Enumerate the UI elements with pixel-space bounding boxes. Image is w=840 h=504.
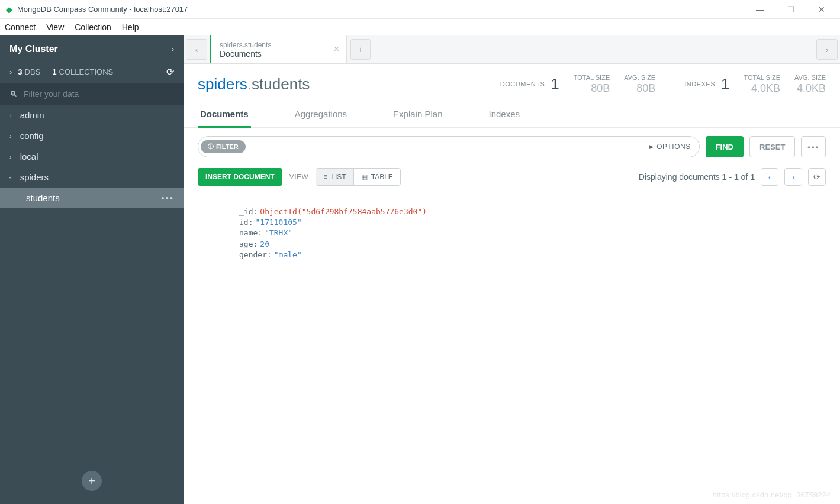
- view-table-button[interactable]: ▦TABLE: [354, 169, 400, 185]
- field-value: ObjectId("5d6f298bf7584aab5776e3d0"): [260, 206, 427, 217]
- create-db-button[interactable]: +: [82, 471, 102, 491]
- collection-item-students[interactable]: students •••: [0, 188, 184, 208]
- filter-data-input[interactable]: [24, 89, 174, 99]
- field-key: age: [239, 239, 253, 250]
- tab-path: spiders.students: [220, 41, 338, 49]
- page-next-button[interactable]: ›: [784, 168, 802, 186]
- chevron-right-icon: ›: [9, 133, 12, 140]
- subtab-documents[interactable]: Documents: [198, 104, 251, 128]
- insert-document-button[interactable]: INSERT DOCUMENT: [198, 168, 282, 186]
- field-key: _id: [239, 206, 253, 217]
- sidebar-stats: › 3 DBS 1 COLLECTIONS ⟳: [0, 63, 184, 83]
- tab-active[interactable]: spiders.students Documents ×: [210, 35, 347, 63]
- colls-count: 1: [52, 67, 56, 76]
- db-label: local: [20, 151, 38, 161]
- avg-size-value: 80B: [636, 82, 655, 95]
- db-item-local[interactable]: › local: [0, 146, 184, 167]
- reset-button[interactable]: RESET: [749, 136, 795, 157]
- cluster-name: My Cluster: [9, 44, 58, 54]
- field-value: 20: [260, 239, 269, 250]
- db-item-admin[interactable]: › admin: [0, 105, 184, 125]
- menu-help[interactable]: Help: [122, 22, 139, 32]
- options-toggle[interactable]: ▶OPTIONS: [641, 137, 699, 157]
- docs-label: DOCUMENTS: [500, 80, 545, 88]
- document-list: _id:ObjectId("5d6f298bf7584aab5776e3d0")…: [184, 192, 840, 274]
- colls-label: COLLECTIONS: [59, 67, 114, 76]
- docs-count: 1: [551, 75, 559, 93]
- field-value: "male": [274, 250, 302, 260]
- total-size-label: TOTAL SIZE: [574, 74, 610, 81]
- filter-pill: ⓘFILTER ▶OPTIONS: [198, 136, 700, 157]
- field-key: gender: [239, 250, 267, 260]
- window-minimize-button[interactable]: —: [751, 5, 769, 14]
- breadcrumb: spiders.students: [198, 75, 310, 93]
- idx-avg-size-value: 4.0KB: [797, 82, 826, 95]
- document-row[interactable]: _id:ObjectId("5d6f298bf7584aab5776e3d0")…: [198, 198, 826, 269]
- tab-nav-prev-button[interactable]: ‹: [186, 39, 207, 60]
- chevron-right-icon[interactable]: ›: [9, 67, 12, 76]
- field-key: name: [239, 228, 258, 238]
- subtab-indexes[interactable]: Indexes: [486, 104, 522, 128]
- filter-bar: ⓘFILTER ▶OPTIONS FIND RESET •••: [184, 128, 840, 166]
- mongodb-leaf-icon: ◆: [6, 5, 12, 14]
- window-close-button[interactable]: ✕: [813, 5, 831, 14]
- main-panel: ‹ spiders.students Documents × + › spide…: [184, 35, 840, 504]
- caret-right-icon: ▶: [649, 144, 654, 150]
- more-options-button[interactable]: •••: [801, 136, 826, 157]
- field-key: id: [239, 217, 249, 228]
- db-item-spiders[interactable]: › spiders: [0, 167, 184, 188]
- filter-query-input[interactable]: [246, 142, 641, 151]
- view-list-button[interactable]: ≡LIST: [316, 169, 353, 185]
- breadcrumb-collection: students: [252, 75, 310, 93]
- indexes-label: INDEXES: [684, 80, 715, 88]
- idx-total-size-value: 4.0KB: [751, 82, 780, 95]
- tab-close-icon[interactable]: ×: [334, 44, 339, 54]
- menubar: Connect View Collection Help: [0, 19, 840, 35]
- table-icon: ▦: [361, 173, 368, 181]
- dbs-label: DBS: [25, 67, 41, 76]
- info-icon: ⓘ: [208, 143, 214, 151]
- filter-badge[interactable]: ⓘFILTER: [201, 140, 246, 153]
- menu-collection[interactable]: Collection: [75, 22, 111, 32]
- divider: [670, 72, 670, 96]
- chevron-down-icon: ›: [7, 176, 14, 179]
- tab-section: Documents: [220, 49, 338, 59]
- window-title: MongoDB Compass Community - localhost:27…: [17, 5, 751, 14]
- cluster-header[interactable]: My Cluster ›: [0, 35, 184, 63]
- chevron-right-icon: ›: [172, 45, 174, 53]
- new-tab-button[interactable]: +: [350, 39, 371, 60]
- sidebar: My Cluster › › 3 DBS 1 COLLECTIONS ⟳ 🔍︎ …: [0, 35, 184, 504]
- action-bar: INSERT DOCUMENT VIEW ≡LIST ▦TABLE Displa…: [184, 166, 840, 192]
- stats-block: DOCUMENTS 1 TOTAL SIZE80B AVG. SIZE80B I…: [500, 72, 826, 96]
- chevron-right-icon: ›: [9, 153, 12, 160]
- watermark: https://blog.csdn.net/qq_36759224: [713, 490, 831, 499]
- menu-connect[interactable]: Connect: [5, 22, 36, 32]
- db-label: admin: [20, 110, 44, 120]
- idx-avg-size-label: AVG. SIZE: [794, 74, 826, 81]
- collection-label: students: [26, 193, 60, 203]
- find-button[interactable]: FIND: [706, 136, 744, 157]
- tab-nav-next-button[interactable]: ›: [816, 39, 838, 60]
- subtab-aggregations[interactable]: Aggregations: [292, 104, 349, 128]
- window-maximize-button[interactable]: ☐: [782, 5, 800, 14]
- view-label: VIEW: [289, 173, 309, 181]
- page-prev-button[interactable]: ‹: [761, 168, 778, 186]
- chevron-right-icon: ›: [9, 112, 12, 119]
- indexes-count: 1: [721, 75, 729, 93]
- search-icon: 🔍︎: [9, 89, 18, 99]
- refresh-button[interactable]: ⟳: [808, 168, 826, 186]
- more-icon[interactable]: •••: [161, 193, 174, 203]
- db-item-config[interactable]: › config: [0, 125, 184, 146]
- dbs-count: 3: [18, 67, 22, 76]
- idx-total-size-label: TOTAL SIZE: [744, 74, 780, 81]
- subtab-explain-plan[interactable]: Explain Plan: [391, 104, 445, 128]
- avg-size-label: AVG. SIZE: [624, 74, 655, 81]
- breadcrumb-db[interactable]: spiders: [198, 75, 247, 93]
- total-size-value: 80B: [591, 82, 610, 95]
- db-label: spiders: [20, 172, 49, 182]
- refresh-icon[interactable]: ⟳: [166, 66, 174, 77]
- menu-view[interactable]: View: [46, 22, 64, 32]
- sidebar-search: 🔍︎: [0, 83, 184, 105]
- db-label: config: [20, 131, 44, 141]
- window-titlebar: ◆ MongoDB Compass Community - localhost:…: [0, 0, 840, 19]
